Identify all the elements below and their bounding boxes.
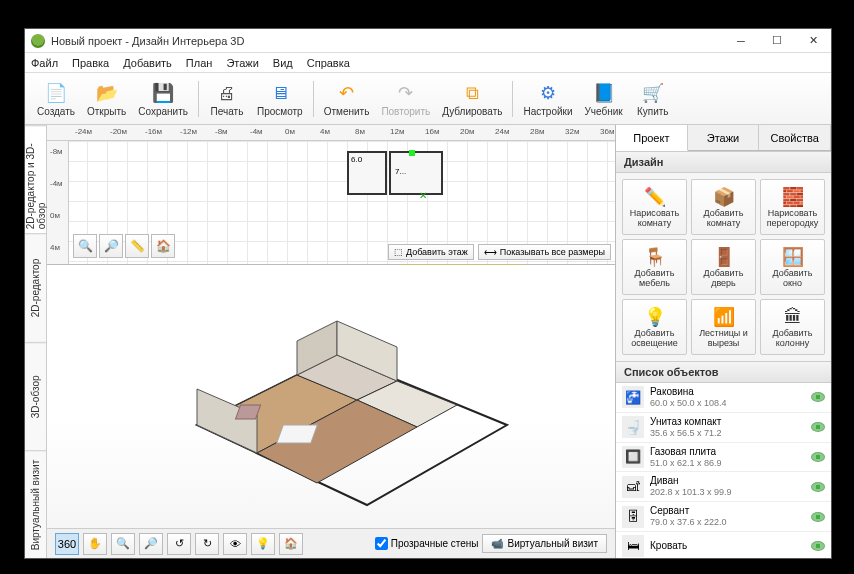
ruler-h-tick: -24м <box>75 127 92 136</box>
handle-bottom[interactable]: ✕ <box>419 190 426 197</box>
toolbar-tutorial[interactable]: 📘Учебник <box>579 78 629 119</box>
transparent-walls-checkbox[interactable]: Прозрачные стены <box>375 537 479 550</box>
object-list[interactable]: 🚰Раковина60.0 x 50.0 x 108.4🚽Унитаз комп… <box>616 383 831 558</box>
object-dims: 202.8 x 101.3 x 99.9 <box>650 487 805 498</box>
toolbar-buy[interactable]: 🛒Купить <box>629 78 677 119</box>
toolbar-print[interactable]: 🖨Печать <box>203 78 251 119</box>
room-1[interactable]: 6.0 <box>347 151 387 195</box>
toolbar-settings[interactable]: ⚙Настройки <box>517 78 578 119</box>
rotate-left[interactable]: ↺ <box>167 533 191 555</box>
virtual-visit-button[interactable]: 📹 Виртуальный визит <box>482 534 607 553</box>
ruler-h-tick: -8м <box>215 127 228 136</box>
object-item[interactable]: 🔲Газовая плита51.0 x 62.1 x 86.9 <box>616 443 831 473</box>
visibility-toggle[interactable] <box>811 392 825 402</box>
design-icon-0: ✏️ <box>644 186 666 208</box>
rotate-right[interactable]: ↻ <box>195 533 219 555</box>
object-thumb: 🗄 <box>622 506 644 528</box>
design-icon-2: 🧱 <box>782 186 804 208</box>
design-btn-2[interactable]: 🧱Нарисовать перегородку <box>760 179 825 235</box>
zoom-tools-2d: 🔍 🔎 📏 🏠 <box>73 234 175 258</box>
vtab-0[interactable]: 2D-редактор и 3D-обзор <box>25 125 46 233</box>
close-button[interactable]: ✕ <box>795 29 831 53</box>
menu-Справка[interactable]: Справка <box>307 57 350 69</box>
object-item[interactable]: 🚽Унитаз компакт35.6 x 56.5 x 71.2 <box>616 413 831 443</box>
design-btn-0[interactable]: ✏️Нарисовать комнату <box>622 179 687 235</box>
design-btn-7[interactable]: 📶Лестницы и вырезы <box>691 299 756 355</box>
toolbar-save[interactable]: 💾Сохранить <box>132 78 194 119</box>
visibility-toggle[interactable] <box>811 422 825 432</box>
zoom-in-2d[interactable]: 🔎 <box>99 234 123 258</box>
show-dims-button[interactable]: ⟷Показывать все размеры <box>478 244 611 260</box>
menu-Файл[interactable]: Файл <box>31 57 58 69</box>
object-item[interactable]: 🗄Сервант79.0 x 37.6 x 222.0 <box>616 502 831 532</box>
add-floor-button[interactable]: ⬚Добавить этаж <box>388 244 474 260</box>
floorplan-sketch[interactable]: 6.0 7... ✕ <box>347 151 447 199</box>
toolbar-dup[interactable]: ⧉Дублировать <box>436 78 508 119</box>
design-btn-4[interactable]: 🚪Добавить дверь <box>691 239 756 295</box>
toolbar-undo[interactable]: ↶Отменить <box>318 78 376 119</box>
orbit-360-button[interactable]: 360 <box>55 533 79 555</box>
open-icon: 📂 <box>94 80 120 106</box>
visibility-toggle[interactable] <box>811 452 825 462</box>
measure-tool[interactable]: 📏 <box>125 234 149 258</box>
rtab-Этажи[interactable]: Этажи <box>688 125 760 150</box>
home-3d[interactable]: 🏠 <box>279 533 303 555</box>
ruler-horizontal: -24м-20м-16м-12м-8м-4м0м4м8м12м16м20м24м… <box>47 125 615 141</box>
object-item[interactable]: 🚰Раковина60.0 x 50.0 x 108.4 <box>616 383 831 413</box>
home-2d[interactable]: 🏠 <box>151 234 175 258</box>
design-btn-5[interactable]: 🪟Добавить окно <box>760 239 825 295</box>
main-toolbar: 📄Создать📂Открыть💾Сохранить🖨Печать🖥Просмо… <box>25 73 831 125</box>
design-btn-1[interactable]: 📦Добавить комнату <box>691 179 756 235</box>
ruler-h-tick: 4м <box>320 127 330 136</box>
app-icon <box>31 34 45 48</box>
rtab-Свойства[interactable]: Свойства <box>759 125 831 150</box>
menu-Вид[interactable]: Вид <box>273 57 293 69</box>
toolbar-open[interactable]: 📂Открыть <box>81 78 132 119</box>
menu-План[interactable]: План <box>186 57 213 69</box>
toolbar-view[interactable]: 🖥Просмотр <box>251 78 309 119</box>
design-btn-3[interactable]: 🪑Добавить мебель <box>622 239 687 295</box>
object-item[interactable]: 🛋Диван202.8 x 101.3 x 99.9 <box>616 472 831 502</box>
handle-top[interactable] <box>409 150 415 156</box>
design-icon-8: 🏛 <box>784 306 802 328</box>
ruler-h-tick: 20м <box>460 127 474 136</box>
minimize-button[interactable]: ─ <box>723 29 759 53</box>
ruler-h-tick: 8м <box>355 127 365 136</box>
zoom-in-3d[interactable]: 🔎 <box>139 533 163 555</box>
zoom-out-2d[interactable]: 🔍 <box>73 234 97 258</box>
visibility-toggle[interactable] <box>811 541 825 551</box>
visibility-toggle[interactable] <box>811 482 825 492</box>
rtab-Проект[interactable]: Проект <box>616 125 688 151</box>
menu-Добавить[interactable]: Добавить <box>123 57 172 69</box>
plan-2d-viewport[interactable]: -8м-4м0м4м 6.0 7... ✕ 🔍 🔎 📏 🏠 <box>47 141 615 265</box>
view-icon: 🖥 <box>267 80 293 106</box>
visibility-toggle[interactable] <box>811 512 825 522</box>
toolbar-create[interactable]: 📄Создать <box>31 78 81 119</box>
zoom-out-3d[interactable]: 🔍 <box>111 533 135 555</box>
light-button[interactable]: 💡 <box>251 533 275 555</box>
vtab-3[interactable]: Виртуальный визит <box>25 450 46 558</box>
room-2[interactable]: 7... ✕ <box>389 151 443 195</box>
menu-Правка[interactable]: Правка <box>72 57 109 69</box>
design-btn-8[interactable]: 🏛Добавить колонну <box>760 299 825 355</box>
ruler-h-tick: 0м <box>285 127 295 136</box>
view-3d-viewport[interactable] <box>47 265 615 528</box>
maximize-button[interactable]: ☐ <box>759 29 795 53</box>
ruler-h-tick: 36м <box>600 127 614 136</box>
settings-icon: ⚙ <box>535 80 561 106</box>
vtab-2[interactable]: 3D-обзор <box>25 342 46 450</box>
pan-button[interactable]: ✋ <box>83 533 107 555</box>
object-name: Газовая плита <box>650 446 805 458</box>
design-btn-6[interactable]: 💡Добавить освещение <box>622 299 687 355</box>
transparent-walls-input[interactable] <box>375 537 388 550</box>
ruler-v-tick: -4м <box>50 179 63 188</box>
tilt-button[interactable]: 👁 <box>223 533 247 555</box>
design-icon-5: 🪟 <box>782 246 804 268</box>
object-item[interactable]: 🛏Кровать <box>616 532 831 558</box>
design-section-header: Дизайн <box>616 151 831 173</box>
vtab-1[interactable]: 2D-редактор <box>25 233 46 341</box>
object-dims: 60.0 x 50.0 x 108.4 <box>650 398 805 409</box>
ruler-h-tick: 32м <box>565 127 579 136</box>
menu-Этажи[interactable]: Этажи <box>226 57 258 69</box>
ruler-v-tick: 4м <box>50 243 60 252</box>
